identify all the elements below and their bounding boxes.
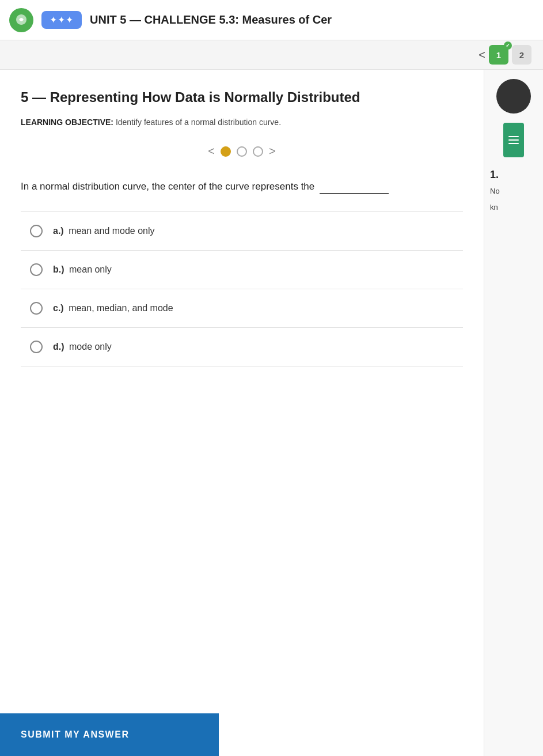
dot-2[interactable] [237, 146, 247, 157]
dot-navigation: < > [21, 145, 463, 158]
page-title: UNIT 5 — CHALLENGE 5.3: Measures of Cer [90, 13, 332, 27]
option-d-text: d.) mode only [53, 342, 112, 352]
challenge-badge: ✦✦✦ [41, 11, 82, 29]
menu-line-1 [508, 136, 519, 137]
question-text: In a normal distribution curve, the cent… [21, 179, 463, 194]
learning-objective-text: Identify features of a normal distributi… [116, 118, 281, 127]
answer-options: a.) mean and mode only b.) mean only c.)… [21, 211, 463, 366]
radio-b[interactable] [30, 263, 43, 276]
content-panel: 5 — Representing How Data is Normally Di… [0, 70, 484, 756]
option-d[interactable]: d.) mode only [21, 328, 463, 366]
nav-page-2[interactable]: 2 [512, 45, 531, 65]
option-c-text: c.) mean, median, and mode [53, 303, 173, 313]
option-a[interactable]: a.) mean and mode only [21, 212, 463, 251]
sidebar-menu-button[interactable] [503, 123, 524, 157]
question-blank [320, 193, 389, 194]
radio-a[interactable] [30, 225, 43, 237]
radio-c[interactable] [30, 302, 43, 315]
section-title: 5 — Representing How Data is Normally Di… [21, 88, 463, 106]
submit-answer-button[interactable]: SUBMIT MY ANSWER [0, 713, 219, 756]
radio-d[interactable] [30, 341, 43, 353]
dot-nav-left[interactable]: < [208, 145, 215, 158]
sidebar-text-1: No [490, 186, 537, 197]
right-sidebar: 1. No kn [484, 70, 543, 756]
app-logo [9, 8, 33, 32]
user-avatar [496, 79, 531, 114]
option-b-text: b.) mean only [53, 264, 112, 275]
menu-line-3 [508, 143, 519, 144]
main-layout: 5 — Representing How Data is Normally Di… [0, 70, 543, 756]
header: ✦✦✦ UNIT 5 — CHALLENGE 5.3: Measures of … [0, 0, 543, 40]
option-c[interactable]: c.) mean, median, and mode [21, 289, 463, 328]
option-a-text: a.) mean and mode only [53, 226, 155, 236]
learning-objective-label: LEARNING OBJECTIVE: [21, 118, 113, 127]
nav-page-1[interactable]: 1 [489, 45, 508, 65]
dot-3[interactable] [253, 146, 263, 157]
badge-stars: ✦✦✦ [50, 14, 74, 25]
learning-objective: LEARNING OBJECTIVE: Identify features of… [21, 116, 463, 128]
dot-1[interactable] [221, 146, 231, 157]
sidebar-text-2: kn [490, 202, 537, 213]
nav-back-arrow[interactable]: < [479, 48, 485, 62]
option-b[interactable]: b.) mean only [21, 251, 463, 289]
dot-nav-right[interactable]: > [269, 145, 276, 158]
menu-line-2 [508, 139, 519, 141]
sidebar-number: 1. [490, 169, 537, 181]
page-navigation: < 1 2 [0, 40, 543, 70]
